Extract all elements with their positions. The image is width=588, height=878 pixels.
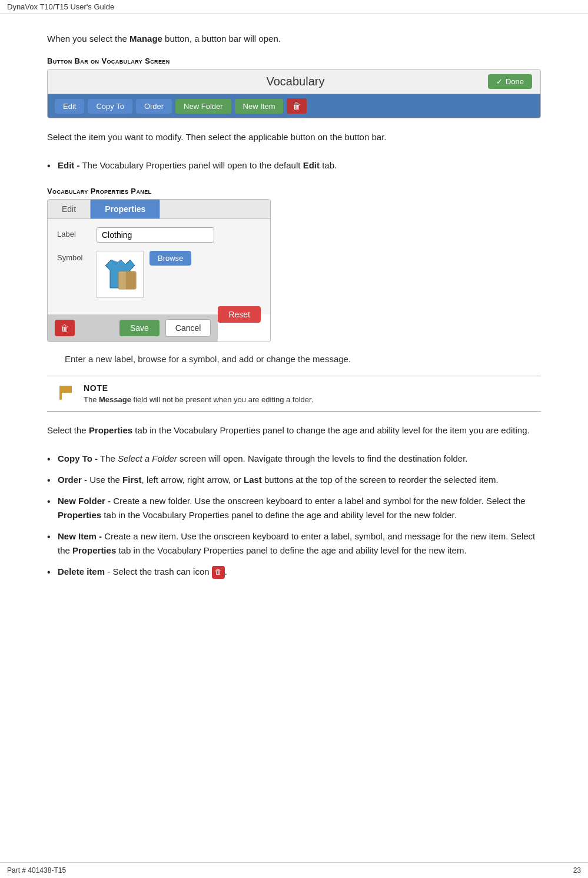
svg-marker-7 xyxy=(62,386,72,393)
panel-footer: 🗑 Save Cancel xyxy=(48,314,218,342)
tab-properties[interactable]: Properties xyxy=(91,200,160,218)
note-box: Note The Message field will not be prese… xyxy=(47,376,541,412)
svg-rect-3 xyxy=(119,271,127,289)
panel-body: Label Symbol xyxy=(48,219,270,314)
copy-to-button[interactable]: Copy To xyxy=(88,99,132,114)
save-button[interactable]: Save xyxy=(119,320,160,336)
page-header: DynaVox T10/T15 User's Guide xyxy=(0,0,588,14)
vocab-button-bar: Edit Copy To Order New Folder New Item 🗑 xyxy=(48,94,540,118)
footer-page-number: 23 xyxy=(573,866,581,874)
svg-rect-4 xyxy=(127,271,135,289)
label-row: Label xyxy=(57,227,261,243)
delete-item-bullet: Delete item - Select the trash can icon … xyxy=(47,561,541,582)
note-content: Note The Message field will not be prese… xyxy=(84,383,313,404)
clothing-symbol-svg xyxy=(99,254,141,295)
new-folder-bullet: New Folder - Create a new folder. Use th… xyxy=(47,491,541,526)
cancel-button[interactable]: Cancel xyxy=(165,319,211,337)
enter-note: Enter a new label, browse for a symbol, … xyxy=(65,354,541,364)
symbol-row: Symbol xyxy=(57,251,261,298)
trash-button-bar[interactable]: 🗑 xyxy=(287,98,307,114)
vocab-title-bar: Vocabulary ✓ Done xyxy=(48,69,540,94)
done-button[interactable]: ✓ Done xyxy=(488,74,532,89)
checkmark-icon: ✓ xyxy=(496,77,503,86)
button-bar-heading: Button Bar on Vocabulary Screen xyxy=(47,57,541,65)
select-paragraph: Select the item you want to modify. Then… xyxy=(47,130,541,144)
trash-inline-icon: 🗑 xyxy=(212,566,225,578)
feature-bullet-list: Copy To - The Select a Folder screen wil… xyxy=(47,448,541,582)
edit-bullet-item: Edit - The Vocabulary Properties panel w… xyxy=(47,155,541,176)
edit-button[interactable]: Edit xyxy=(55,99,84,114)
delete-item-button[interactable]: 🗑 xyxy=(55,320,75,336)
label-field-label: Label xyxy=(57,227,89,238)
tab-edit[interactable]: Edit xyxy=(48,200,91,218)
header-title: DynaVox T10/T15 User's Guide xyxy=(7,2,114,11)
note-title: Note xyxy=(84,383,313,393)
browse-button[interactable]: Browse xyxy=(150,251,191,266)
main-content: When you select the Manage button, a but… xyxy=(0,14,588,626)
copy-to-bullet: Copy To - The Select a Folder screen wil… xyxy=(47,448,541,469)
edit-bullet-list: Edit - The Vocabulary Properties panel w… xyxy=(47,155,541,176)
symbol-field-label: Symbol xyxy=(57,251,89,262)
note-text: The Message field will not be present wh… xyxy=(84,395,313,404)
order-button[interactable]: Order xyxy=(136,99,172,114)
new-item-bullet: New Item - Create a new item. Use the on… xyxy=(47,526,541,561)
svg-rect-6 xyxy=(59,386,62,400)
properties-panel-mockup: Edit Properties Label Symbol xyxy=(47,199,271,342)
page-footer: Part # 401438-T15 23 xyxy=(0,862,588,878)
properties-panel-heading: Vocabulary Properties Panel xyxy=(47,187,541,196)
panel-tabs: Edit Properties xyxy=(48,200,270,219)
intro-paragraph: When you select the Manage button, a but… xyxy=(47,32,541,46)
new-item-button[interactable]: New Item xyxy=(235,99,284,114)
note-icon xyxy=(57,383,75,402)
properties-paragraph: Select the Properties tab in the Vocabul… xyxy=(47,423,541,438)
vocab-title-text: Vocabulary xyxy=(103,75,488,88)
order-bullet: Order - Use the First, left arrow, right… xyxy=(47,469,541,491)
label-input[interactable] xyxy=(97,227,214,243)
symbol-preview xyxy=(97,251,144,298)
note-flag-svg xyxy=(57,383,75,402)
vocab-screen-mockup: Vocabulary ✓ Done Edit Copy To Order New… xyxy=(47,69,541,118)
footer-part-number: Part # 401438-T15 xyxy=(7,866,66,874)
reset-button[interactable]: Reset xyxy=(218,306,261,323)
new-folder-button[interactable]: New Folder xyxy=(175,99,231,114)
